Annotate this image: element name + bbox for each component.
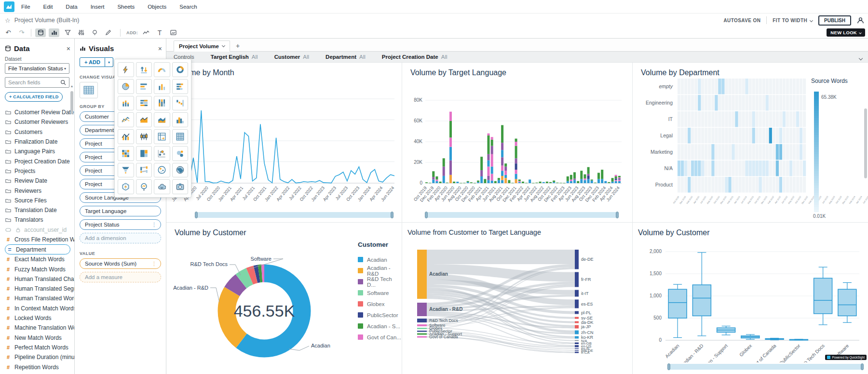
field-fuzzy-match-words[interactable]: #Fuzzy Match Words xyxy=(5,264,74,274)
menu-data[interactable]: Data xyxy=(66,4,77,10)
visual-type-bubble-chart-icon[interactable] xyxy=(172,146,189,161)
data-panel-scrollbar[interactable]: ▲ xyxy=(70,84,74,372)
field-cross-file-repetition-words[interactable]: #Cross File Repetition Words xyxy=(5,235,74,244)
month-range-slider[interactable] xyxy=(195,212,393,218)
add-visual-caret[interactable]: ▾ xyxy=(105,57,113,67)
field-folder[interactable]: Customers xyxy=(5,127,74,137)
field-folder[interactable]: Translators xyxy=(5,215,74,225)
visual-type-vertical-stacked-bar-chart-icon[interactable] xyxy=(118,96,134,111)
field-new-match-words[interactable]: #New Match Words xyxy=(5,333,74,343)
visual-type-pie-chart-icon[interactable] xyxy=(118,79,134,94)
visual-type-donut-chart-icon[interactable] xyxy=(172,62,189,77)
visual-type-line-chart-icon[interactable] xyxy=(118,112,134,127)
legend-item[interactable]: Acadian - R&D xyxy=(358,265,401,276)
add-text-icon[interactable]: T xyxy=(154,28,165,37)
filter-icon[interactable] xyxy=(62,28,73,37)
field-folder[interactable]: Reviewers xyxy=(5,186,74,195)
search-fields-input[interactable] xyxy=(8,80,60,85)
user-icon[interactable] xyxy=(857,17,864,24)
publish-button[interactable]: PUBLISH xyxy=(818,15,851,26)
field-folder[interactable]: Customer Reviewers xyxy=(5,117,74,127)
value-well[interactable]: Source Words (Sum)⋮ xyxy=(80,258,161,269)
data-icon[interactable] xyxy=(35,28,46,37)
menu-sheets[interactable]: Sheets xyxy=(117,4,135,10)
new-look-toggle[interactable]: NEW LOOK xyxy=(827,28,865,37)
sheet-tab[interactable]: Project Volume xyxy=(174,40,230,52)
field-exact-match-words[interactable]: #Exact Match Words xyxy=(5,254,74,264)
field-pipeline-duration-minutes-[interactable]: #Pipeline Duration (minutes) xyxy=(5,352,74,362)
visual-type-area-line-chart-icon[interactable] xyxy=(136,112,152,127)
well-menu-icon[interactable]: ⋮ xyxy=(151,261,157,267)
field-folder[interactable]: Finalization Date xyxy=(5,137,74,147)
add-sheet-icon[interactable]: + xyxy=(236,42,240,51)
field-review-duration-minutes-[interactable]: #Review Duration (minutes) xyxy=(5,372,74,374)
visual-type-stacked-area-chart-icon[interactable] xyxy=(154,112,170,127)
legend-item[interactable]: Globex xyxy=(358,298,401,309)
insights-icon[interactable] xyxy=(89,28,100,37)
visual-type-scatter-plot-icon[interactable] xyxy=(154,146,170,161)
data-panel-close-icon[interactable]: × xyxy=(67,45,70,52)
visual-type-insight-icon[interactable] xyxy=(136,179,152,194)
visual-type-sankey-diagram-icon[interactable] xyxy=(136,163,152,178)
box-plot-range-slider[interactable] xyxy=(668,364,863,370)
visual-type-tree-map-icon[interactable] xyxy=(136,146,152,161)
visual-type-histogram-icon[interactable] xyxy=(172,112,189,127)
dashboard-scrollbar[interactable] xyxy=(864,108,867,178)
visual-type-horizontal-stacked-bar-chart-icon[interactable] xyxy=(172,79,189,94)
field-repetition-words[interactable]: #Repetition Words xyxy=(5,362,74,372)
visual-type-vertical-100-stacked-bar-chart-icon[interactable] xyxy=(154,96,170,111)
legend-item[interactable]: Acadian xyxy=(358,254,401,265)
current-visual-table-tile[interactable] xyxy=(80,82,98,98)
visual-type-box-plot-icon[interactable] xyxy=(136,129,152,144)
filter-department[interactable]: DepartmentAll xyxy=(326,54,366,60)
field-folder[interactable]: Translation Date xyxy=(5,205,74,215)
visual-type-word-cloud-icon[interactable] xyxy=(154,179,170,194)
visual-type-horizontal-bar-chart-icon[interactable] xyxy=(136,79,152,94)
visual-type-waterfall-chart-icon[interactable] xyxy=(172,96,189,111)
field-machine-translation-words[interactable]: #Machine Translation Words xyxy=(5,323,74,333)
field-human-translated-segments[interactable]: #Human Translated Segments xyxy=(5,284,74,294)
group-by-well[interactable]: Target Language xyxy=(80,206,161,216)
visual-type-filled-map-icon[interactable] xyxy=(172,163,189,178)
target-language-range-slider[interactable] xyxy=(425,212,618,218)
visual-type-points-on-map-icon[interactable] xyxy=(154,163,170,178)
visual-type-funnel-chart-icon[interactable] xyxy=(118,163,134,178)
menu-edit[interactable]: Edit xyxy=(43,4,53,10)
well-menu-icon[interactable]: ⋮ xyxy=(151,222,157,228)
add-visual-icon[interactable] xyxy=(141,28,151,37)
search-icon[interactable] xyxy=(60,80,66,85)
redo-icon[interactable]: ↷ xyxy=(16,28,27,37)
visual-type-horizontal-100-stacked-bar-chart-icon[interactable] xyxy=(136,96,152,111)
group-by-well[interactable]: Project Status⋮ xyxy=(80,219,161,230)
visual-type-combo-chart-icon[interactable] xyxy=(118,129,134,144)
quicksight-logo-icon[interactable] xyxy=(4,1,14,12)
visuals-panel-close-icon[interactable]: × xyxy=(158,45,162,52)
add-image-icon[interactable] xyxy=(168,28,178,37)
field-folder[interactable]: Source Files xyxy=(5,196,74,205)
field-in-context-match-words[interactable]: #In Context Match Words xyxy=(5,304,74,313)
field-human-translated-words[interactable]: #Human Translated Words xyxy=(5,294,74,303)
filter-customer[interactable]: CustomerAll xyxy=(274,54,309,60)
undo-icon[interactable]: ↶ xyxy=(3,28,14,37)
visual-type-pivot-table-icon[interactable] xyxy=(154,129,170,144)
visual-type-kpi-icon[interactable] xyxy=(136,62,152,77)
menu-insert[interactable]: Insert xyxy=(91,4,105,10)
filter-target-english[interactable]: Target EnglishAll xyxy=(211,54,258,60)
visual-type-vertical-bar-chart-icon[interactable] xyxy=(154,79,170,94)
fit-to-width-dropdown[interactable]: FIT TO WIDTH xyxy=(773,18,813,23)
visual-type-gauge-icon[interactable] xyxy=(154,62,170,77)
legend-item[interactable]: R&D Tech D... xyxy=(358,276,401,287)
field-folder[interactable]: Projects xyxy=(5,166,74,176)
visual-type-radar-chart-icon[interactable] xyxy=(118,179,134,194)
filter-project-creation-date[interactable]: Project Creation DateAll xyxy=(382,54,448,60)
field-perfect-match-words[interactable]: #Perfect Match Words xyxy=(5,343,74,352)
field-folder[interactable]: Project Creation Date xyxy=(5,156,74,166)
field-folder[interactable]: Review Date xyxy=(5,176,74,186)
edit-icon[interactable] xyxy=(103,28,113,37)
visuals-icon[interactable] xyxy=(49,28,59,37)
parameters-icon[interactable] xyxy=(76,28,86,37)
menu-objects[interactable]: Objects xyxy=(148,4,166,10)
field-department[interactable]: =Department xyxy=(5,244,70,254)
legend-item[interactable]: PublicSector xyxy=(358,309,401,321)
field-folder[interactable]: Language Pairs xyxy=(5,147,74,156)
